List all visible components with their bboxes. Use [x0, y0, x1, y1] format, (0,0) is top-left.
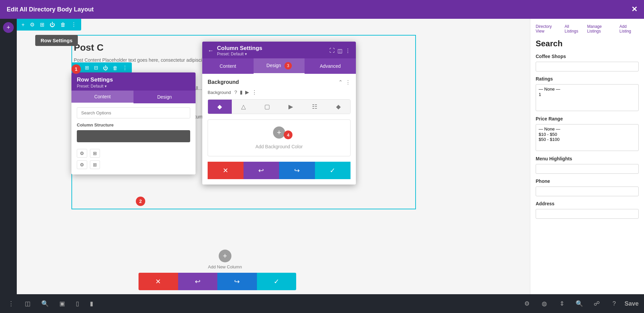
row-settings-title: Row Settings [77, 76, 190, 83]
add-row-button[interactable]: + [19, 20, 26, 29]
bg-options-icon[interactable]: ⋮ [252, 89, 257, 95]
badge-2: 2 [136, 197, 145, 206]
bottom-layers-button[interactable]: ☍ [590, 297, 604, 311]
row-settings-body: Column Structure ⚙ ⊞ ⚙ ⊞ [71, 103, 196, 174]
add-new-column-button[interactable]: + [219, 250, 231, 262]
top-bar-title: Edit All Directory Body Layout [7, 6, 94, 13]
badge-3: 3 [284, 62, 292, 69]
bottom-history-button[interactable]: ◍ [537, 297, 551, 311]
row-cancel-button[interactable]: ✕ [139, 273, 178, 290]
bottom-search2-button[interactable]: 🔍 [572, 297, 586, 311]
bottom-settings-button[interactable]: ⚙ [520, 297, 534, 311]
sidebar-nav-manage[interactable]: Manage Listings [587, 24, 615, 34]
price-option-2: $50 - $100 [539, 137, 636, 142]
add-section-button[interactable]: + [3, 22, 14, 33]
structure-duplicate-2[interactable]: ⊞ [90, 160, 100, 169]
bottom-tablet-button[interactable]: ▯ [73, 298, 82, 309]
collapse-icon[interactable]: ⌃ [338, 79, 343, 85]
tab-row-design[interactable]: Design [133, 91, 196, 103]
add-bg-color-button[interactable]: + [273, 126, 285, 139]
help-icon[interactable]: ? [234, 89, 237, 95]
bg-type-color[interactable]: ◆ [208, 100, 232, 114]
bg-type-pattern[interactable]: ☷ [303, 100, 327, 114]
delete-row2-button[interactable]: 🗑 [111, 64, 119, 72]
col-redo-button[interactable]: ↪ [279, 162, 315, 179]
power-row-button[interactable]: ⏻ [48, 20, 57, 29]
tab-col-content[interactable]: Content [202, 58, 254, 74]
left-toolbar: + [0, 19, 17, 313]
structure-settings-1[interactable]: ⚙ [77, 149, 87, 158]
close-button[interactable]: ✕ [631, 5, 637, 14]
bottom-desktop-button[interactable]: ▣ [57, 298, 68, 309]
more-row-button[interactable]: ⋮ [69, 20, 78, 29]
bottom-help-button[interactable]: ? [607, 297, 621, 311]
row-confirm-button[interactable]: ✓ [257, 273, 297, 290]
col-header-icons: ⛶ ◫ ⋮ [329, 48, 351, 54]
top-bar: Edit All Directory Body Layout ✕ [0, 0, 644, 19]
row-redo-button[interactable]: ↪ [217, 273, 257, 290]
sidebar-nav-directory[interactable]: Directory View [536, 24, 560, 34]
price-range-select[interactable]: — None — $10 - $50 $50 - $100 [536, 124, 639, 151]
more-icon[interactable]: ⋮ [345, 48, 351, 54]
search-options-input[interactable] [77, 107, 190, 118]
coffee-shops-label: Coffee Shops [536, 54, 639, 59]
bg-more-icon[interactable]: ⋮ [345, 79, 351, 85]
columns-row2-button[interactable]: ⊟ [92, 64, 100, 72]
column-structure-label: Column Structure [77, 122, 190, 127]
bottom-mobile-button[interactable]: ▮ [87, 298, 96, 309]
bottom-sort-button[interactable]: ⇕ [555, 297, 569, 311]
mobile-icon[interactable]: ▮ [240, 89, 243, 95]
tab-col-advanced[interactable]: Advanced [305, 58, 356, 74]
delete-row-button[interactable]: 🗑 [58, 20, 68, 29]
power-row2-button[interactable]: ⏻ [101, 64, 110, 72]
bottom-menu-button[interactable]: ⋮ [5, 298, 17, 309]
col-settings-preset[interactable]: Preset: Default ▾ [217, 52, 262, 56]
duplicate-row-button[interactable]: ⊞ [38, 20, 46, 29]
back-arrow-icon[interactable]: ← [208, 47, 214, 54]
sidebar-nav-add[interactable]: Add Listing [620, 24, 639, 34]
tab-col-design[interactable]: Design 3 [254, 58, 305, 74]
columns-icon[interactable]: ◫ [337, 48, 342, 54]
phone-input[interactable] [536, 187, 639, 196]
col-header-left: ← Column Settings Preset: Default ▾ [208, 45, 262, 56]
more-row2-button[interactable]: ⋮ [121, 64, 129, 72]
ratings-option-1: 1 [539, 92, 636, 97]
column-settings-panel: ← Column Settings Preset: Default ▾ ⛶ ◫ … [202, 42, 356, 185]
col-save-button[interactable]: ✓ [315, 162, 351, 179]
sidebar-nav: Directory View All Listings Manage Listi… [536, 24, 639, 34]
price-option-1: $10 - $50 [539, 132, 636, 137]
bg-icons: ? ▮ ▶ ⋮ [234, 89, 257, 95]
address-label: Address [536, 201, 639, 206]
bottom-bar-right: ⚙ ◍ ⇕ 🔍 ☍ ? Save [520, 297, 639, 311]
badge-1: 1 [71, 64, 81, 74]
menu-highlights-input[interactable] [536, 164, 639, 174]
settings-row-button[interactable]: ⚙ [28, 20, 37, 29]
bottom-layout-button[interactable]: ◫ [22, 298, 33, 309]
structure-duplicate-1[interactable]: ⊞ [90, 149, 100, 158]
duplicate-row2-button[interactable]: ⊞ [83, 64, 91, 72]
bg-type-image[interactable]: ▢ [255, 100, 279, 114]
bottom-bar: ⋮ ◫ 🔍 ▣ ▯ ▮ ⚙ ◍ ⇕ 🔍 ☍ ? Save [0, 294, 644, 313]
coffee-shops-input[interactable] [536, 62, 639, 71]
bottom-search-button[interactable]: 🔍 [39, 298, 51, 309]
row-settings-preset[interactable]: Preset: Default ▾ [77, 84, 190, 89]
col-undo-button[interactable]: ↩ [244, 162, 279, 179]
bg-type-gradient[interactable]: △ [232, 100, 256, 114]
pointer-icon[interactable]: ▶ [245, 89, 249, 95]
tab-row-content[interactable]: Content [71, 91, 133, 103]
bg-color-area: + 4 Add Background Color [208, 119, 351, 156]
bg-type-mask[interactable]: ◆ [326, 100, 350, 114]
col-settings-tabs: Content Design 3 Advanced [202, 58, 356, 74]
fullscreen-icon[interactable]: ⛶ [329, 48, 335, 54]
address-input[interactable] [536, 209, 639, 219]
bg-type-video[interactable]: ▶ [279, 100, 303, 114]
col-cancel-button[interactable]: ✕ [208, 162, 244, 179]
col-settings-title: Column Settings [217, 45, 262, 52]
row-action-bar: ✕ ↩ ↪ ✓ [139, 273, 296, 290]
ratings-select[interactable]: — None — 1 [536, 84, 639, 111]
structure-settings-2[interactable]: ⚙ [77, 160, 87, 169]
tooltip-text: Row Settings [41, 38, 72, 43]
sidebar-nav-all-listings[interactable]: All Listings [565, 24, 583, 34]
save-button[interactable]: Save [625, 297, 639, 311]
row-undo-button[interactable]: ↩ [178, 273, 218, 290]
